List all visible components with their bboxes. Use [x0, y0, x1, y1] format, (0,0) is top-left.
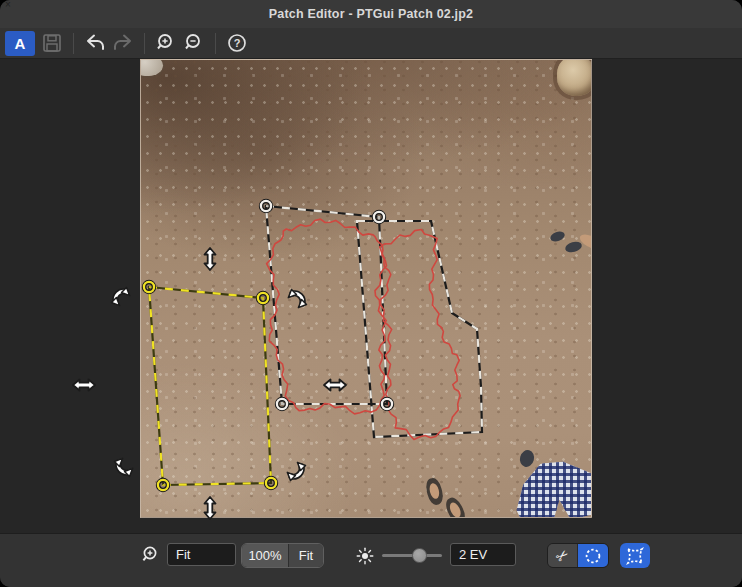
zoom-out-button[interactable] [180, 31, 208, 56]
undo-icon [83, 32, 107, 54]
editor-canvas[interactable] [0, 60, 742, 533]
slider-thumb[interactable] [412, 548, 427, 563]
exposure-slider[interactable] [382, 543, 442, 568]
sandal-foot [443, 495, 468, 518]
rock-feature [557, 59, 592, 96]
window-close-icon[interactable]: × [5, 0, 11, 10]
zoom-in-button[interactable] [152, 31, 180, 56]
svg-text:?: ? [234, 37, 241, 49]
brightness-icon [356, 547, 374, 565]
patch-editor-window: × Patch Editor - PTGui Patch 02.jp2 A [0, 0, 742, 587]
redo-button[interactable] [109, 31, 137, 56]
toolbar-separator [215, 33, 216, 54]
zoom-fit-button[interactable]: Fit [288, 544, 323, 567]
zoom-preset-group: 100% Fit [241, 543, 324, 568]
toolbar-separator [73, 33, 74, 54]
help-icon: ? [226, 32, 248, 54]
lasso-icon [584, 547, 602, 565]
magnifier-icon [140, 545, 160, 567]
shoe [518, 448, 536, 468]
window-title: Patch Editor - PTGui Patch 02.jp2 [269, 7, 474, 21]
main-toolbar: A [0, 28, 742, 59]
shoe [564, 240, 583, 254]
zoom-tool [140, 543, 160, 568]
sandal-foot [424, 477, 445, 507]
patch-blob-icon [625, 546, 645, 566]
zoom-out-icon [183, 32, 205, 54]
scissors-icon: ✂ [552, 545, 573, 567]
zoom-level-input[interactable] [167, 543, 236, 566]
rock-feature [140, 59, 163, 76]
tool-mode-group: ✂ [547, 543, 609, 568]
title-bar: × Patch Editor - PTGui Patch 02.jp2 [0, 0, 742, 28]
patch-select-tool-button[interactable] [578, 544, 608, 567]
zoom-100-button[interactable]: 100% [242, 544, 288, 567]
panorama-photo[interactable] [140, 59, 592, 518]
brightness-control [356, 543, 450, 568]
help-button[interactable]: ? [223, 31, 251, 56]
undo-button[interactable] [81, 31, 109, 56]
toolbar-separator [144, 33, 145, 54]
show-patch-outline-button[interactable] [620, 543, 650, 568]
exposure-input[interactable] [450, 543, 516, 566]
shoe [549, 230, 566, 244]
redo-icon [111, 32, 135, 54]
auto-mode-button[interactable]: A [5, 31, 35, 56]
bottom-bar: 100% Fit ✂ [0, 533, 742, 587]
save-icon [41, 32, 63, 54]
cut-tool-button[interactable]: ✂ [548, 544, 578, 567]
save-button[interactable] [38, 31, 66, 56]
zoom-in-icon [155, 32, 177, 54]
